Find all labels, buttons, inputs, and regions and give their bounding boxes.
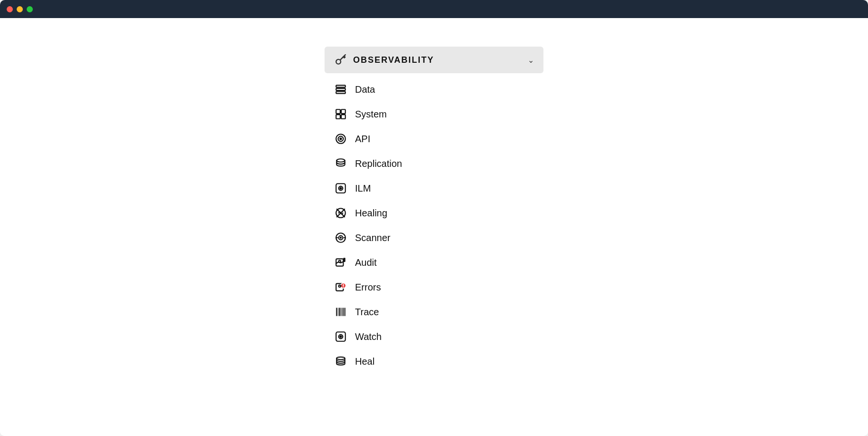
svg-rect-3	[336, 91, 345, 93]
traffic-lights	[7, 6, 33, 12]
menu-items-list: Data System	[325, 77, 543, 374]
menu-item-watch[interactable]: Watch	[325, 324, 543, 349]
menu-item-heal[interactable]: Heal	[325, 349, 543, 374]
app-window: OBSERVABILITY ⌄ Data	[0, 0, 868, 436]
replication-label: Replication	[355, 158, 402, 169]
target-icon	[334, 132, 347, 145]
watch-label: Watch	[355, 331, 382, 342]
record-icon	[334, 182, 347, 195]
watch-icon	[334, 330, 347, 343]
svg-rect-4	[336, 109, 340, 114]
svg-rect-30	[338, 308, 338, 316]
menu-item-trace[interactable]: Trace	[325, 300, 543, 324]
errors-icon	[334, 281, 347, 294]
menu-item-healing[interactable]: Healing	[325, 201, 543, 225]
svg-rect-32	[341, 308, 342, 316]
svg-point-37	[340, 336, 341, 337]
healing-label: Healing	[355, 208, 387, 219]
menu-item-audit[interactable]: Audit	[325, 250, 543, 275]
menu-item-system[interactable]: System	[325, 102, 543, 126]
svg-point-11	[336, 159, 345, 162]
ilm-label: ILM	[355, 183, 371, 194]
menu-item-replication[interactable]: Replication	[325, 151, 543, 176]
svg-rect-34	[345, 308, 345, 316]
heal-icon	[334, 355, 347, 368]
svg-rect-1	[336, 85, 345, 87]
svg-point-27	[343, 287, 344, 288]
minimize-button[interactable]	[17, 6, 23, 12]
trace-label: Trace	[355, 307, 379, 318]
api-label: API	[355, 134, 370, 145]
observability-menu: OBSERVABILITY ⌄ Data	[325, 47, 543, 374]
key-icon	[334, 53, 347, 67]
database-icon	[334, 83, 347, 96]
healing-icon	[334, 206, 347, 220]
menu-item-data[interactable]: Data	[325, 77, 543, 102]
close-button[interactable]	[7, 6, 13, 12]
svg-point-28	[339, 285, 341, 287]
system-label: System	[355, 109, 387, 120]
menu-header[interactable]: OBSERVABILITY ⌄	[325, 47, 543, 73]
audit-label: Audit	[355, 257, 377, 268]
stack-icon	[334, 157, 347, 170]
data-label: Data	[355, 84, 375, 95]
svg-point-18	[340, 237, 341, 238]
menu-header-left: OBSERVABILITY	[334, 53, 434, 67]
svg-rect-33	[343, 308, 344, 316]
svg-rect-23	[343, 258, 345, 262]
menu-title: OBSERVABILITY	[353, 55, 434, 65]
svg-rect-29	[336, 308, 337, 316]
menu-item-scanner[interactable]: Scanner	[325, 225, 543, 250]
audit-icon	[334, 256, 347, 269]
menu-item-api[interactable]: API	[325, 126, 543, 151]
svg-rect-2	[336, 88, 345, 90]
titlebar	[0, 0, 868, 18]
svg-point-14	[340, 187, 341, 189]
maximize-button[interactable]	[27, 6, 33, 12]
svg-rect-31	[339, 308, 341, 316]
chevron-down-icon: ⌄	[528, 56, 534, 65]
grid-icon	[334, 107, 347, 121]
heal-label: Heal	[355, 356, 375, 367]
svg-rect-7	[341, 115, 345, 119]
errors-label: Errors	[355, 282, 381, 293]
svg-point-38	[336, 357, 345, 359]
svg-point-10	[340, 138, 341, 139]
menu-item-ilm[interactable]: ILM	[325, 176, 543, 201]
menu-item-errors[interactable]: Errors	[325, 275, 543, 300]
scanner-label: Scanner	[355, 233, 391, 243]
svg-rect-6	[336, 115, 340, 119]
trace-icon	[334, 305, 347, 319]
main-content: OBSERVABILITY ⌄ Data	[0, 18, 868, 436]
svg-rect-5	[341, 109, 345, 114]
scanner-icon	[334, 231, 347, 244]
